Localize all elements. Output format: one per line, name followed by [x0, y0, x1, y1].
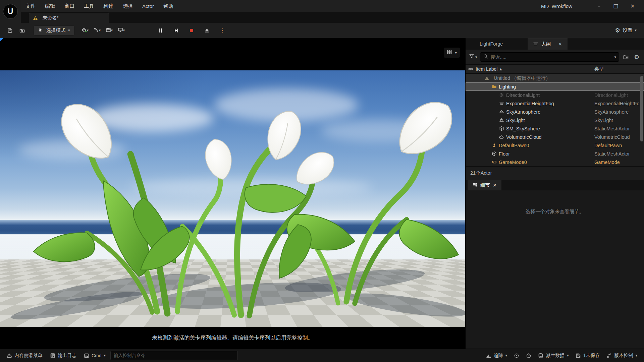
settings-dropdown[interactable]: ⚙ 设置 ▾ [612, 25, 639, 36]
cinematics-dropdown[interactable]: ▾ [104, 25, 115, 36]
column-type[interactable]: 类型 [594, 66, 604, 72]
filter-icon [469, 54, 474, 60]
output-log-button[interactable]: 输出日志 [47, 351, 79, 361]
menu-item-0[interactable]: 文件 [21, 0, 40, 12]
menu-item-2[interactable]: 窗口 [60, 0, 79, 12]
outliner-filter-button[interactable]: ▾ [469, 52, 477, 62]
insights-icon [514, 353, 519, 358]
chevron-down-icon: ▾ [104, 354, 106, 357]
select-mode-dropdown[interactable]: 选择模式 ▾ [34, 25, 74, 36]
outliner-row-SM_SkySphere[interactable]: SM_SkySphereStaticMeshActor [466, 124, 644, 133]
level-tab-label: 未命名* [43, 15, 58, 21]
outliner-world-row[interactable]: Untitled （编辑器中运行） [466, 74, 644, 82]
static-mesh-icon [492, 151, 499, 156]
row-label: ExponentialHeightFog [506, 101, 554, 106]
menu-item-4[interactable]: 构建 [99, 0, 118, 12]
unreal-editor-window: U 文件编辑窗口工具构建选择Actor帮助 MD_Wrokflow – □ × … [0, 0, 644, 362]
maximize-button[interactable]: □ [609, 1, 623, 11]
insights-button[interactable] [511, 351, 522, 361]
outliner-column-header: Item Label ▲ 类型 [466, 64, 644, 74]
platforms-dropdown[interactable]: ▾ [116, 25, 127, 36]
row-label: SkyLight [506, 118, 525, 123]
trace-icon [486, 353, 491, 358]
row-type: VolumetricCloud [594, 134, 639, 140]
status-bar: 内容侧滑菜单 输出日志 Cmd ▾ 追踪 ▾ 派 [0, 349, 644, 362]
content-drawer-button[interactable]: 内容侧滑菜单 [4, 351, 45, 361]
chevron-down-icon: ▾ [475, 55, 477, 59]
viewport-canvas[interactable] [0, 70, 465, 327]
level-viewport: ▾ [0, 38, 465, 349]
add-actor-dropdown[interactable]: ▾ [80, 25, 91, 36]
outliner-search-input[interactable] [491, 54, 612, 60]
pause-button[interactable] [156, 25, 166, 36]
browse-content-button[interactable] [17, 25, 28, 36]
warning-icon [484, 76, 491, 81]
frame-step-button[interactable] [171, 25, 181, 36]
stop-button[interactable] [186, 25, 197, 36]
outliner-row-Floor[interactable]: FloorStaticMeshActor [466, 149, 644, 158]
console-input[interactable] [110, 351, 238, 360]
trace-button[interactable]: 追踪 ▾ [483, 351, 510, 361]
unsaved-save-icon [576, 353, 581, 358]
unreal-logo-icon: U [3, 4, 18, 19]
close-icon[interactable]: × [493, 183, 497, 188]
menu-item-6[interactable]: Actor [138, 0, 159, 12]
chevron-down-icon: ▾ [635, 28, 637, 32]
outliner-settings-button[interactable]: ⚙ [633, 52, 641, 62]
save-button[interactable] [5, 25, 15, 36]
details-panel: 选择一个对象来查看细节。 [466, 190, 644, 349]
height-fog-icon [499, 101, 506, 106]
chevron-down-icon: ▾ [567, 354, 569, 357]
tab-lightforge[interactable]: LightForge [474, 38, 508, 50]
cmd-dropdown[interactable]: Cmd ▾ [81, 351, 108, 361]
chevron-down-icon: ▾ [614, 55, 616, 59]
outliner-row-ExponentialHeightFog[interactable]: ExponentialHeightFogExponentialHeightFog [466, 99, 644, 108]
volumetric-cloud-icon [499, 134, 506, 139]
menu-item-5[interactable]: 选择 [118, 0, 138, 12]
row-type: GameMode [594, 160, 639, 165]
row-type: StaticMeshActor [594, 151, 639, 157]
search-icon [483, 54, 488, 60]
eye-icon[interactable] [466, 66, 476, 72]
revision-control-dropdown[interactable]: 版本控制 ▾ [604, 351, 640, 361]
game-mode-icon [492, 160, 499, 165]
close-icon[interactable]: × [558, 42, 562, 46]
outliner-scrollbar[interactable] [640, 74, 643, 164]
outliner-row-GameMode0[interactable]: GameMode0GameMode [466, 158, 644, 166]
row-label: Lighting [499, 84, 516, 89]
cmd-icon [84, 353, 89, 358]
chevron-down-icon: ▾ [505, 354, 507, 357]
outliner-row-VolumetricCloud[interactable]: VolumetricCloudVolumetricCloud [466, 133, 644, 141]
outliner-row-DefaultPawn0[interactable]: DefaultPawn0DefaultPawn [466, 141, 644, 149]
close-button[interactable]: × [626, 1, 639, 11]
titlebar: U 文件编辑窗口工具构建选择Actor帮助 MD_Wrokflow – □ × … [0, 0, 644, 23]
blueprints-dropdown[interactable]: ▾ [92, 25, 103, 36]
outliner-rows: LightingDirectionalLightDirectionalLight… [466, 82, 644, 166]
row-type: ExponentialHeightFog [594, 101, 639, 106]
eject-button[interactable] [202, 25, 212, 36]
column-item-label[interactable]: Item Label [476, 66, 497, 72]
warning-icon [33, 15, 40, 20]
derived-data-dropdown[interactable]: 派生数据 ▾ [535, 351, 572, 361]
menu-item-7[interactable]: 帮助 [159, 0, 178, 12]
play-options-kebab-icon[interactable]: ⋮ [217, 25, 227, 36]
outliner-row-DirectionalLight[interactable]: DirectionalLightDirectionalLight [466, 91, 644, 99]
menu-item-1[interactable]: 编辑 [40, 0, 60, 12]
select-mode-label: 选择模式 [46, 27, 65, 34]
outliner-row-SkyAtmosphere[interactable]: SkyAtmosphereSkyAtmosphere [466, 108, 644, 116]
outliner-row-Lighting[interactable]: Lighting [466, 82, 644, 91]
minimize-button[interactable]: – [592, 1, 606, 11]
add-folder-button[interactable] [622, 52, 630, 62]
outliner-row-SkyLight[interactable]: SkyLightSkyLight [466, 116, 644, 124]
menu-item-3[interactable]: 工具 [79, 0, 99, 12]
folder-icon [492, 84, 499, 89]
level-tab[interactable]: 未命名* [29, 13, 109, 23]
viewport-grid-dropdown[interactable]: ▾ [444, 48, 460, 58]
tab-outliner[interactable]: 大纲 × [528, 38, 568, 50]
row-label: GameMode0 [499, 160, 527, 165]
chevron-down-icon: ▾ [635, 354, 637, 357]
tab-details[interactable]: 细节 × [468, 180, 501, 190]
row-type: DefaultPawn [594, 143, 639, 148]
unsaved-button[interactable]: 1未保存 [573, 351, 603, 361]
timer-button[interactable] [523, 351, 534, 361]
